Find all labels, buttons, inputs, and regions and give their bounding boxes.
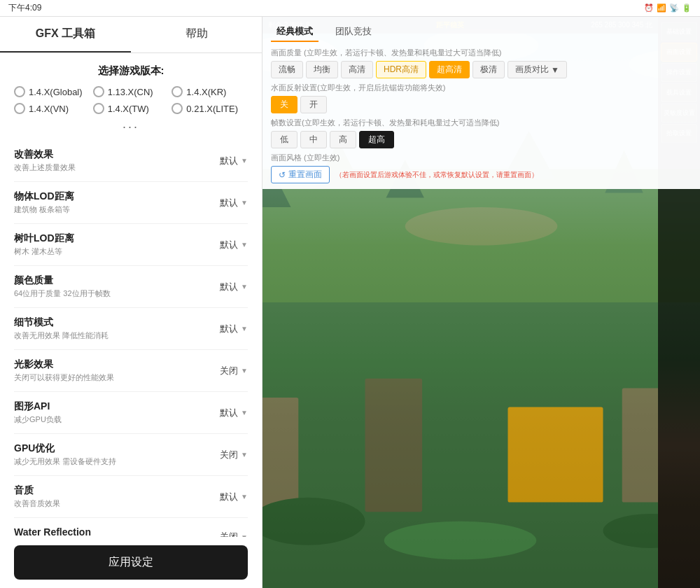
setting-info-detail-mode: 细节模式 改善无用效果 降低性能消耗 bbox=[14, 316, 220, 341]
reset-screen-button[interactable]: ↺ 重置画面 bbox=[271, 166, 330, 183]
dropdown-arrow-detail-mode: ▼ bbox=[241, 325, 248, 332]
setting-item-water-reflection: Water Reflection Only for Ultra graphics… bbox=[14, 518, 248, 537]
version-option-5[interactable]: 0.21.X(LITE) bbox=[172, 103, 248, 114]
quality-btn-hdr[interactable]: HDR高清 bbox=[376, 61, 426, 78]
setting-item-color-quality: 颜色质量 64位用于质量 32位用于帧数 默认 ▼ bbox=[14, 266, 248, 308]
setting-value-color-quality: 默认 bbox=[220, 281, 238, 293]
setting-desc-detail-mode: 改善无用效果 降低性能消耗 bbox=[14, 330, 220, 341]
dropdown-arrow-shadow: ▼ bbox=[241, 367, 248, 374]
setting-item-lod-leaf: 树叶LOD距离 树木 灌木丛等 默认 ▼ bbox=[14, 224, 248, 266]
quality-btn-balance[interactable]: 均衡 bbox=[306, 61, 338, 78]
setting-control-water-reflection[interactable]: 关闭 ▼ bbox=[220, 531, 248, 537]
radio-tw bbox=[93, 103, 104, 114]
setting-item-audio: 音质 改善音质效果 默认 ▼ bbox=[14, 476, 248, 518]
version-title: 选择游戏版本: bbox=[14, 64, 248, 78]
fps-btn-high[interactable]: 高 bbox=[330, 131, 356, 148]
water-toggle-on[interactable]: 开 bbox=[300, 96, 327, 113]
setting-value-improve: 默认 bbox=[220, 155, 238, 167]
water-toggle-off[interactable]: 关 bbox=[271, 96, 298, 113]
quality-buttons: 流畅 均衡 高清 HDR高清 超高清 极清 画质对比 ▼ bbox=[271, 61, 692, 78]
quality-btn-ultra[interactable]: 超高清 bbox=[429, 61, 470, 78]
quality-btn-smooth[interactable]: 流畅 bbox=[271, 61, 303, 78]
setting-name-lod-leaf: 树叶LOD距离 bbox=[14, 232, 220, 245]
setting-value-water-reflection: 关闭 bbox=[220, 531, 238, 537]
setting-name-color-quality: 颜色质量 bbox=[14, 274, 220, 287]
version-label-5: 0.21.X(LITE) bbox=[186, 104, 238, 114]
setting-control-improve[interactable]: 默认 ▼ bbox=[220, 155, 248, 167]
setting-name-detail-mode: 细节模式 bbox=[14, 316, 220, 329]
quality-btn-extreme[interactable]: 极清 bbox=[472, 61, 505, 78]
fps-btn-mid[interactable]: 中 bbox=[300, 131, 327, 148]
mode-tabs: 经典模式 团队竞技 bbox=[271, 22, 692, 42]
tab-gfx-toolbox[interactable]: GFX 工具箱 bbox=[0, 17, 131, 52]
dropdown-arrow-lod-object: ▼ bbox=[241, 199, 248, 206]
version-option-1[interactable]: 1.13.X(CN) bbox=[93, 86, 169, 97]
version-dots: ... bbox=[14, 114, 248, 134]
setting-info-shadow: 光影效果 关闭可以获得更好的性能效果 bbox=[14, 358, 220, 383]
setting-info-audio: 音质 改善音质效果 bbox=[14, 484, 220, 509]
setting-control-detail-mode[interactable]: 默认 ▼ bbox=[220, 323, 248, 335]
radio-cn bbox=[93, 86, 104, 97]
alarm-icon: ⏰ bbox=[644, 4, 654, 13]
quality-btn-compare[interactable]: 画质对比 ▼ bbox=[507, 61, 567, 78]
quality-btn-hd[interactable]: 高清 bbox=[341, 61, 373, 78]
water-label: 水面反射设置(立即生效，开启后抗锯齿功能将失效) bbox=[271, 83, 692, 93]
setting-control-graphics-api[interactable]: 默认 ▼ bbox=[220, 407, 248, 419]
version-option-0[interactable]: 1.4.X(Global) bbox=[14, 86, 90, 97]
setting-name-water-reflection: Water Reflection bbox=[14, 526, 220, 537]
setting-desc-shadow: 关闭可以获得更好的性能效果 bbox=[14, 372, 220, 383]
apply-settings-button[interactable]: 应用设定 bbox=[14, 545, 248, 580]
setting-name-shadow: 光影效果 bbox=[14, 358, 220, 371]
game-bottom-background bbox=[262, 302, 658, 588]
setting-value-lod-object: 默认 bbox=[220, 197, 238, 209]
setting-control-audio[interactable]: 默认 ▼ bbox=[220, 491, 248, 503]
setting-info-gpu-optimize: GPU优化 减少无用效果 需设备硬件支持 bbox=[14, 442, 220, 467]
setting-control-color-quality[interactable]: 默认 ▼ bbox=[220, 281, 248, 293]
mode-tab-team[interactable]: 团队竞技 bbox=[330, 22, 377, 42]
gfx-overlay: 经典模式 团队竞技 画面质量 (立即生效，若运行卡顿、发热量和耗电量过大可适当降… bbox=[262, 17, 700, 189]
version-option-2[interactable]: 1.4.X(KR) bbox=[172, 86, 248, 97]
setting-name-gpu-optimize: GPU优化 bbox=[14, 442, 220, 455]
dropdown-arrow-color-quality: ▼ bbox=[241, 283, 248, 290]
setting-control-shadow[interactable]: 关闭 ▼ bbox=[220, 365, 248, 377]
setting-desc-lod-leaf: 树木 灌木丛等 bbox=[14, 246, 220, 257]
radio-global bbox=[14, 86, 25, 97]
quality-label: 画面质量 (立即生效，若运行卡顿、发热量和耗电量过大可适当降低) bbox=[271, 48, 692, 58]
version-label-1: 1.13.X(CN) bbox=[108, 87, 153, 97]
setting-name-audio: 音质 bbox=[14, 484, 220, 497]
version-option-4[interactable]: 1.4.X(TW) bbox=[93, 103, 169, 114]
dropdown-arrow-lod-leaf: ▼ bbox=[241, 241, 248, 248]
mode-tab-classic[interactable]: 经典模式 bbox=[271, 22, 318, 42]
radio-lite bbox=[172, 103, 183, 114]
setting-info-water-reflection: Water Reflection Only for Ultra graphics bbox=[14, 526, 220, 537]
setting-control-lod-object[interactable]: 默认 ▼ bbox=[220, 197, 248, 209]
setting-desc-color-quality: 64位用于质量 32位用于帧数 bbox=[14, 288, 220, 299]
right-panel: 经典模式 团队竞技 画面质量 (立即生效，若运行卡顿、发热量和耗电量过大可适当降… bbox=[262, 17, 700, 588]
version-grid: 1.4.X(Global) 1.13.X(CN) 1.4.X(KR) 1.4.X… bbox=[14, 86, 248, 114]
svg-rect-12 bbox=[262, 398, 298, 512]
dropdown-arrow-improve: ▼ bbox=[241, 157, 248, 164]
setting-control-lod-leaf[interactable]: 默认 ▼ bbox=[220, 239, 248, 251]
tab-help[interactable]: 帮助 bbox=[131, 17, 262, 52]
dropdown-arrow-graphics-api: ▼ bbox=[241, 409, 248, 416]
svg-rect-14 bbox=[508, 407, 603, 503]
version-option-3[interactable]: 1.4.X(VN) bbox=[14, 103, 90, 114]
setting-value-lod-leaf: 默认 bbox=[220, 239, 238, 251]
setting-name-lod-object: 物体LOD距离 bbox=[14, 190, 220, 203]
setting-control-gpu-optimize[interactable]: 关闭 ▼ bbox=[220, 449, 248, 461]
fps-btn-low[interactable]: 低 bbox=[271, 131, 298, 148]
left-panel: GFX 工具箱 帮助 选择游戏版本: 1.4.X(Global) 1.13.X(… bbox=[0, 17, 262, 588]
setting-desc-audio: 改善音质效果 bbox=[14, 498, 220, 509]
setting-value-audio: 默认 bbox=[220, 491, 238, 503]
setting-value-graphics-api: 默认 bbox=[220, 407, 238, 419]
fps-btn-ultra[interactable]: 超高 bbox=[359, 131, 394, 148]
setting-desc-improve: 改善上述质量效果 bbox=[14, 162, 220, 173]
setting-item-detail-mode: 细节模式 改善无用效果 降低性能消耗 默认 ▼ bbox=[14, 308, 248, 350]
setting-item-improve: 改善效果 改善上述质量效果 默认 ▼ bbox=[14, 140, 248, 182]
version-label-2: 1.4.X(KR) bbox=[186, 87, 226, 97]
version-label-0: 1.4.X(Global) bbox=[29, 87, 83, 97]
setting-value-shadow: 关闭 bbox=[220, 365, 238, 377]
signal-icon: 📶 bbox=[657, 4, 666, 13]
reset-note: （若画面设置后游戏体验不佳，或常恢复默认设置，请重置画面） bbox=[335, 170, 538, 180]
water-reflection-section: 水面反射设置(立即生效，开启后抗锯齿功能将失效) 关 开 bbox=[271, 83, 692, 113]
